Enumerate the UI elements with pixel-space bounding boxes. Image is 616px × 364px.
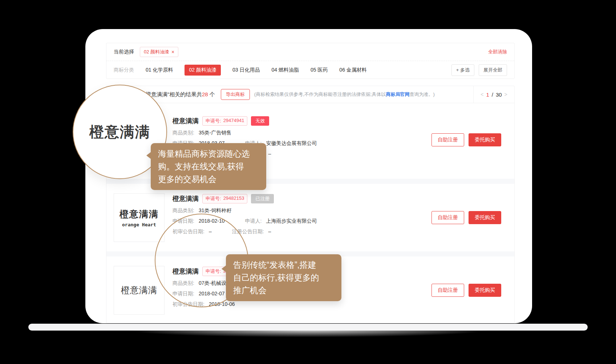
plus-icon: + (456, 67, 459, 73)
entrust-purchase-button[interactable]: 委托购买 (469, 211, 501, 224)
self-register-button[interactable]: 自助注册 (431, 133, 464, 146)
title-line: 橙意满满 申请号:29482153 已注册 (173, 194, 317, 203)
current-selection-label: 当前选择 (114, 49, 134, 55)
disclaimer-prefix: (商标检索结果仅供参考,不作为商标能否注册的法律依据;具体以 (254, 92, 386, 97)
status-badge: 已注册 (251, 194, 274, 203)
page-separator: / (492, 92, 493, 98)
multi-select-button[interactable]: + 多选 (451, 64, 474, 76)
results-count: 28 (202, 91, 208, 97)
tooltip-bubble: 告别传统“发表格”,搭建 自己的标行,获得更多的 推广机会 (226, 254, 341, 301)
category-filter-label: 商标分类 (114, 67, 134, 73)
row-actions: 自助注册 委托购买 (431, 284, 501, 297)
self-register-button[interactable]: 自助注册 (431, 211, 464, 224)
entrust-purchase-button[interactable]: 委托购买 (469, 284, 501, 297)
trademark-office-link[interactable]: 商标局官网 (386, 92, 409, 97)
field-value: 上海雨步实业有限公司 (266, 218, 317, 225)
expand-all-button[interactable]: 展开全部 (479, 64, 507, 76)
category-item-04[interactable]: 04 燃料油脂 (271, 67, 299, 73)
export-trademarks-button[interactable]: 导出商标 (221, 89, 250, 100)
category-item-03[interactable]: 03 日化用品 (232, 67, 260, 73)
field-label: 商品类别: (173, 207, 194, 214)
category-actions: + 多选 展开全部 (451, 64, 507, 76)
entrust-purchase-button[interactable]: 委托购买 (469, 133, 501, 146)
current-page: 1 (486, 92, 489, 98)
magnified-trademark-text: 橙意满满 (89, 122, 150, 142)
application-number-label: 申请号: (206, 118, 221, 124)
filter-card: 当前选择 02 颜料油漆 × 全部清除 商标分类 01 化学原料 02 颜料油漆… (106, 43, 515, 79)
field-value: – (268, 151, 271, 157)
row-actions: 自助注册 委托购买 (431, 211, 501, 224)
category-field: 商品类别:35类-广告销售 (173, 130, 317, 136)
results-count-unit: 个 (208, 91, 215, 97)
trademark-image-text: 橙意满满 (119, 208, 159, 220)
pagination: < 1 / 30 > (473, 86, 514, 103)
chevron-right-icon[interactable]: > (504, 92, 507, 97)
chevron-left-icon[interactable]: < (481, 92, 483, 97)
multi-select-label: 多选 (460, 67, 470, 73)
applicant-field: 申请人:上海雨步实业有限公司 (245, 218, 317, 225)
category-field: 商品类别:31类-饲料种籽 (173, 207, 317, 214)
category-item-05[interactable]: 05 医药 (311, 67, 328, 73)
total-pages: 30 (496, 92, 502, 98)
category-item-01[interactable]: 01 化学原料 (146, 67, 173, 73)
trademark-image-text: 橙意满满 (121, 284, 157, 296)
application-number-tag: 申请号:29474941 (202, 116, 247, 126)
self-register-button[interactable]: 自助注册 (431, 284, 464, 297)
field-value: 31类-饲料种籽 (199, 207, 231, 214)
results-disclaimer: (商标检索结果仅供参考,不作为商标能否注册的法律依据;具体以商标局官网查询为准。… (254, 91, 435, 98)
application-number-label: 申请号: (206, 195, 221, 202)
field-label: 商品类别: (173, 130, 194, 136)
tooltip-bubble: 海量精品商标资源随心选 购。支持在线交易,获得 更多的交易机会 (151, 143, 266, 190)
category-row: 商标分类 01 化学原料 02 颜料油漆 03 日化用品 04 燃料油脂 05 … (106, 61, 514, 79)
application-number-value: 29482153 (223, 195, 244, 202)
application-number-value: 29474941 (223, 118, 244, 124)
disclaimer-suffix: 查询为准。) (409, 92, 434, 97)
trademark-title: 橙意满满 (173, 117, 199, 125)
laptop-base-shadow (54, 330, 562, 340)
page: 当前选择 02 颜料油漆 × 全部清除 商标分类 01 化学原料 02 颜料油漆… (0, 0, 616, 364)
trademark-image-subtext: orange Heart (122, 222, 156, 227)
category-item-02-active[interactable]: 02 颜料油漆 (185, 65, 220, 76)
selected-filter-tag-label: 02 颜料油漆 (144, 49, 169, 55)
current-selection-row: 当前选择 02 颜料油漆 × 全部清除 (106, 43, 514, 61)
trademark-title: 橙意满满 (173, 194, 199, 203)
application-number-tag: 申请号:29482153 (202, 194, 247, 203)
field-value: 安徽美达会展有限公司 (266, 140, 317, 147)
title-line: 橙意满满 申请号:29474941 无效 (173, 116, 317, 126)
category-item-06[interactable]: 06 金属材料 (339, 67, 366, 73)
row-actions: 自助注册 委托购买 (431, 133, 501, 146)
field-value: – (268, 228, 271, 235)
close-icon[interactable]: × (171, 49, 174, 54)
field-label: 申请人: (245, 218, 262, 225)
selected-filter-tag[interactable]: 02 颜料油漆 × (140, 47, 178, 57)
status-badge: 无效 (251, 116, 269, 126)
clear-all-button[interactable]: 全部清除 (488, 49, 507, 55)
trademark-image: 橙意满满 orange Heart (114, 193, 165, 242)
field-value: 35类-广告销售 (199, 130, 231, 136)
laptop-base (28, 324, 588, 331)
results-header: 为您检索到“橙意满满”相关的结果共28 个 导出商标 (商标检索结果仅供参考,不… (106, 86, 514, 103)
